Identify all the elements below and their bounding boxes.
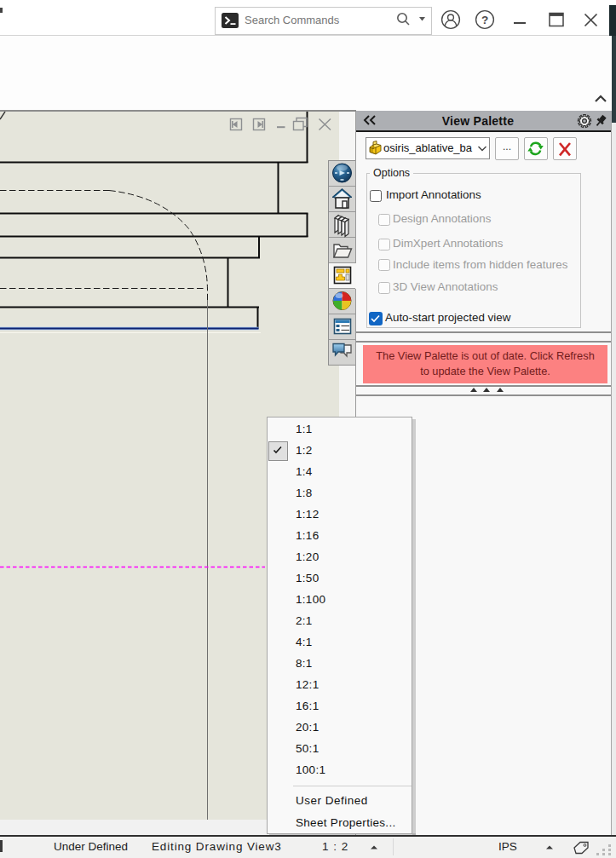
svg-text:?: ? bbox=[481, 14, 488, 26]
